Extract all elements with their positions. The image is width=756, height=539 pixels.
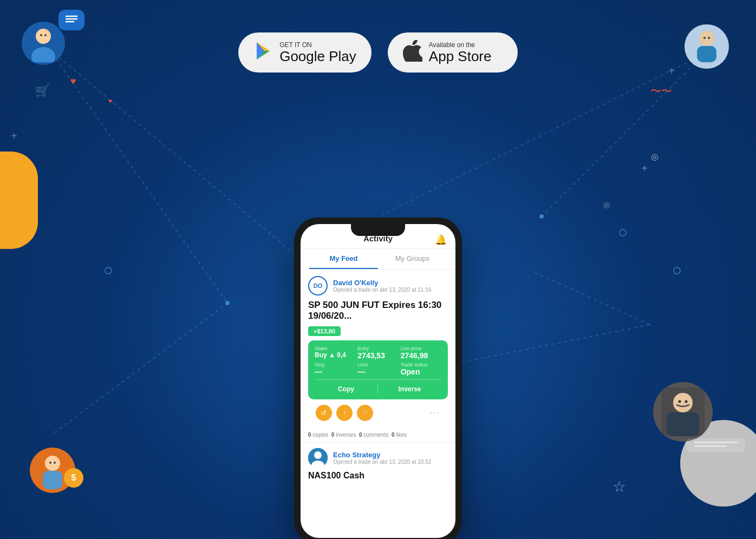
svg-point-31	[673, 393, 693, 412]
location-icon-r: ◎	[651, 152, 659, 162]
yellow-shape	[0, 152, 38, 249]
svg-point-26	[699, 31, 714, 46]
wavy-icon: 〜〜	[650, 84, 672, 98]
phone-screen: Activity 🔔 My Feed My Groups DO David O'…	[301, 224, 455, 538]
person-top-right	[685, 24, 729, 69]
share-icon[interactable]: ↺	[316, 405, 332, 421]
phone-mockup: Activity 🔔 My Feed My Groups DO David O'…	[294, 218, 462, 539]
svg-point-38	[54, 462, 56, 464]
more-dots[interactable]: ···	[430, 408, 440, 418]
plus-icon-tr: +	[668, 65, 675, 77]
svg-point-34	[685, 400, 688, 403]
entry-label: Entry	[357, 346, 398, 351]
svg-rect-36	[43, 471, 62, 489]
inverse-button[interactable]: Inverse	[378, 384, 441, 394]
trade-status-field: Trade status Open	[401, 362, 441, 376]
svg-point-22	[44, 34, 47, 36]
app-store-pre-text: Available on the	[429, 41, 492, 49]
trade-status-value: Open	[401, 367, 441, 376]
google-play-button[interactable]: GET IT ON Google Play	[238, 32, 372, 73]
svg-point-35	[45, 456, 60, 471]
chat-bubble	[58, 10, 84, 30]
tab-my-groups[interactable]: My Groups	[378, 249, 447, 269]
svg-rect-27	[697, 46, 716, 62]
dollar-coin: $	[64, 468, 83, 488]
heart-icon-tl: ♥	[70, 76, 76, 87]
copy-button[interactable]: Copy	[315, 384, 378, 394]
svg-point-37	[49, 462, 51, 464]
app-store-main-text: App Store	[429, 49, 492, 64]
stake-label: Stake	[315, 346, 355, 351]
heart-icon-tl2: ♥	[108, 97, 112, 105]
svg-point-29	[708, 37, 710, 39]
stop-label: Stop	[315, 362, 355, 367]
user-info-2: Echo Strategy Opened a trade on abr 13, …	[333, 451, 431, 465]
phone-frame: Activity 🔔 My Feed My Groups DO David O'…	[294, 218, 462, 539]
profit-badge: +$13,80	[308, 326, 341, 336]
star-icon: ☆	[612, 478, 626, 496]
svg-rect-32	[667, 412, 699, 436]
trade-status-label: Trade status	[401, 362, 441, 367]
trade-card-1: Stake Buy ▲ 0,4 Entry 2743,53 Live price…	[308, 340, 448, 399]
trade-details-grid: Stake Buy ▲ 0,4 Entry 2743,53 Live price…	[315, 346, 441, 376]
feed-item-1: DO David O'Kelly Opened a trade on abr 1…	[301, 270, 455, 432]
live-price-field: Live price 2746,98	[401, 346, 441, 360]
google-play-pre-text: GET IT ON	[279, 41, 356, 49]
username-1: David O'Kelly	[333, 279, 431, 287]
app-store-text: Available on the App Store	[429, 41, 492, 64]
trade-title-2: NAS100 Cash	[308, 471, 448, 481]
svg-point-21	[40, 34, 42, 36]
stop-field: Stop —	[315, 362, 355, 376]
avatar-echo	[308, 448, 328, 468]
timestamp-1: Opened a trade on abr 13, 2020 at 11:16	[333, 287, 431, 293]
small-card	[687, 438, 745, 452]
store-buttons-row: GET IT ON Google Play Available on the A…	[0, 32, 756, 73]
tabs-row: My Feed My Groups	[301, 249, 455, 270]
google-play-icon	[253, 41, 273, 64]
live-price-label: Live price	[401, 346, 441, 351]
svg-point-19	[31, 47, 55, 62]
username-2: Echo Strategy	[333, 451, 431, 459]
google-play-text: GET IT ON Google Play	[279, 41, 356, 64]
stop-value: —	[315, 367, 355, 376]
trade-title-1: SP 500 JUN FUT Expires 16:30 19/06/20...	[308, 300, 448, 321]
limit-label: Limit	[357, 362, 398, 367]
user-row-1: DO David O'Kelly Opened a trade on abr 1…	[308, 276, 448, 295]
phone-notch	[351, 224, 405, 236]
app-store-button[interactable]: Available on the App Store	[388, 32, 518, 73]
svg-point-28	[703, 37, 706, 39]
avatar-do: DO	[308, 276, 328, 295]
tab-my-feed[interactable]: My Feed	[309, 249, 378, 269]
limit-value: —	[357, 367, 398, 376]
svg-point-20	[38, 31, 49, 42]
live-price-value: 2746,98	[401, 351, 441, 360]
svg-point-40	[314, 451, 322, 459]
location-icon-r2: ◎	[603, 200, 610, 209]
person-bottom-right	[653, 382, 713, 442]
stats-text: 0 copies 0 inverses 0 comments 0 likes	[301, 432, 455, 442]
stake-value: Buy ▲ 0,4	[315, 351, 355, 359]
action-buttons: Copy Inverse	[315, 379, 441, 394]
bell-icon: 🔔	[435, 234, 447, 246]
upload-icon[interactable]: ↑	[336, 405, 353, 421]
apple-icon	[403, 40, 422, 65]
feed-item-2: Echo Strategy Opened a trade on abr 13, …	[301, 442, 455, 486]
user-info-1: David O'Kelly Opened a trade on abr 13, …	[333, 279, 431, 293]
svg-point-33	[679, 400, 681, 403]
entry-value: 2743,53	[357, 351, 398, 360]
limit-field: Limit —	[357, 362, 398, 376]
cart-icon: 🛒	[35, 84, 50, 98]
social-row: ↺ ↑ ♡ ···	[308, 405, 448, 425]
user-row-2: Echo Strategy Opened a trade on abr 13, …	[308, 448, 448, 468]
entry-field: Entry 2743,53	[357, 346, 398, 360]
plus-icon-l: +	[11, 130, 17, 142]
like-icon[interactable]: ♡	[357, 405, 373, 421]
timestamp-2: Opened a trade on abr 13, 2020 at 10:52	[333, 459, 431, 465]
google-play-main-text: Google Play	[279, 49, 356, 64]
plus-icon-r: +	[641, 162, 648, 175]
stake-field: Stake Buy ▲ 0,4	[315, 346, 355, 360]
